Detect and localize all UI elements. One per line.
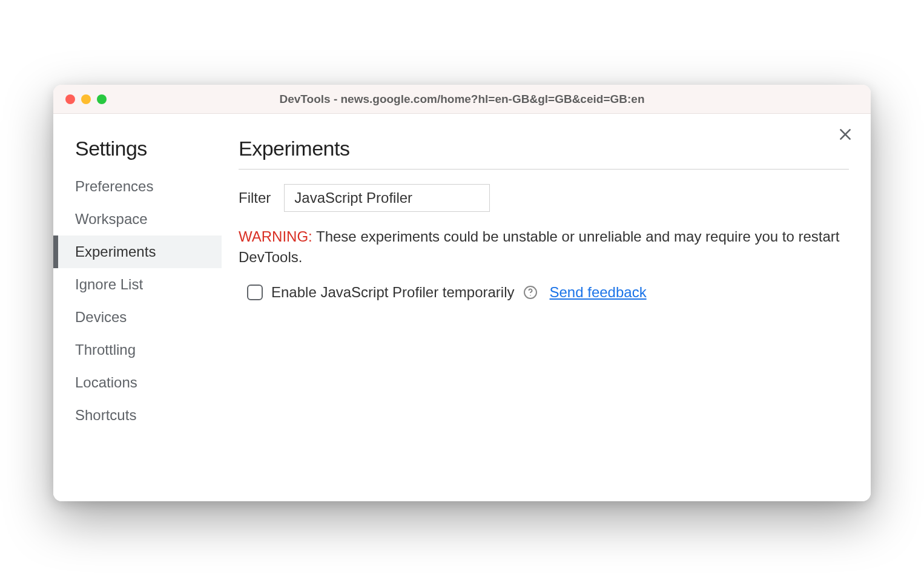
sidebar-item-preferences[interactable]: Preferences bbox=[53, 170, 222, 203]
section-title: Experiments bbox=[239, 137, 849, 170]
sidebar-item-experiments[interactable]: Experiments bbox=[53, 235, 222, 268]
filter-label: Filter bbox=[239, 189, 271, 206]
experiment-row: Enable JavaScript Profiler temporarily S… bbox=[239, 284, 849, 301]
window-minimize-button[interactable] bbox=[81, 94, 91, 104]
sidebar-item-shortcuts[interactable]: Shortcuts bbox=[53, 399, 222, 432]
experiment-label: Enable JavaScript Profiler temporarily bbox=[271, 284, 515, 301]
devtools-window: DevTools - news.google.com/home?hl=en-GB… bbox=[53, 85, 871, 501]
window-titlebar: DevTools - news.google.com/home?hl=en-GB… bbox=[53, 85, 871, 114]
window-maximize-button[interactable] bbox=[97, 94, 107, 104]
traffic-lights bbox=[65, 94, 107, 104]
warning-block: WARNING: These experiments could be unst… bbox=[239, 226, 849, 267]
sidebar-item-devices[interactable]: Devices bbox=[53, 301, 222, 334]
sidebar-item-ignore-list[interactable]: Ignore List bbox=[53, 268, 222, 301]
question-circle-icon bbox=[523, 285, 538, 300]
sidebar-item-workspace[interactable]: Workspace bbox=[53, 203, 222, 235]
send-feedback-link[interactable]: Send feedback bbox=[550, 284, 647, 301]
warning-label: WARNING: bbox=[239, 228, 312, 245]
help-icon[interactable] bbox=[523, 285, 538, 300]
close-icon bbox=[837, 127, 853, 142]
settings-sidebar: Settings Preferences Workspace Experimen… bbox=[53, 114, 222, 501]
svg-point-3 bbox=[530, 295, 531, 296]
filter-row: Filter bbox=[239, 184, 849, 212]
filter-input[interactable] bbox=[284, 184, 490, 212]
settings-content: Settings Preferences Workspace Experimen… bbox=[53, 114, 871, 501]
sidebar-item-throttling[interactable]: Throttling bbox=[53, 334, 222, 366]
settings-main: Experiments Filter WARNING: These experi… bbox=[222, 114, 871, 501]
sidebar-title: Settings bbox=[53, 137, 222, 170]
window-title: DevTools - news.google.com/home?hl=en-GB… bbox=[65, 93, 859, 106]
warning-text: These experiments could be unstable or u… bbox=[239, 228, 840, 265]
experiment-checkbox[interactable] bbox=[247, 285, 263, 300]
sidebar-item-locations[interactable]: Locations bbox=[53, 366, 222, 399]
close-button[interactable] bbox=[836, 125, 855, 144]
window-close-button[interactable] bbox=[65, 94, 75, 104]
